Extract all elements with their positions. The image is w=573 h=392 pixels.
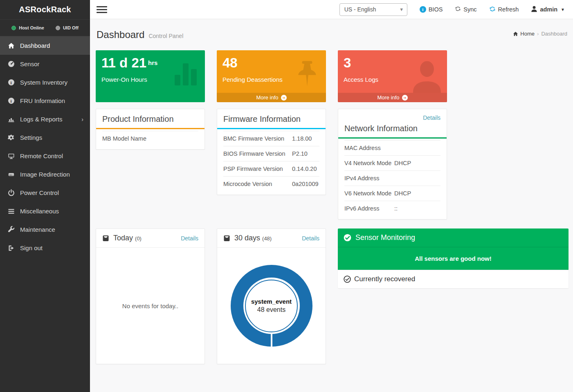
refresh-label: Refresh (498, 6, 519, 13)
sidebar-item-miscellaneous[interactable]: Miscellaneous (0, 202, 90, 220)
user-menu[interactable]: admin ▼ (531, 6, 565, 13)
table-row: IPv4 Address (344, 170, 440, 186)
chevron-down-icon: ▼ (561, 7, 565, 12)
topbar-controls: US - English ▼ i BIOS Sync (339, 3, 565, 16)
deassertions-more-info-link[interactable]: More info ➔ (217, 93, 326, 102)
brand-title: ASRockRack (0, 0, 90, 19)
sync-button[interactable]: Sync (455, 6, 476, 13)
events-donut-chart[interactable]: system_event 48 events (231, 265, 312, 347)
topbar: US - English ▼ i BIOS Sync (90, 0, 573, 19)
sidebar-item-label: Dashboard (20, 42, 50, 49)
firmware-information-title: Firmware Information (217, 109, 326, 128)
gear-icon (7, 134, 16, 141)
info-circle-icon: i (420, 6, 426, 13)
table-row: PSP Firmware Version 0.14.0.20 (223, 161, 319, 176)
sidebar-item-label: Maintenance (20, 226, 55, 233)
deassertions-value: 48 (222, 56, 320, 70)
month-details-link[interactable]: Details (302, 235, 319, 242)
sidebar-toggle-button[interactable] (97, 4, 107, 15)
gauge-icon (7, 60, 16, 67)
sidebar-item-label: Sign out (20, 244, 43, 251)
host-online-label: Host Online (19, 25, 44, 30)
check-circle-icon (344, 234, 351, 242)
pending-deassertions-card: 48 Pending Deassertions More info ➔ (217, 50, 326, 102)
language-value: US - English (340, 6, 396, 13)
table-row: BMC Firmware Version 1.18.00 (223, 131, 319, 146)
sidebar-item-sensor[interactable]: Sensor (0, 55, 90, 73)
bars-icon (7, 208, 16, 214)
uid-status: UID Off (56, 25, 79, 30)
today-details-link[interactable]: Details (181, 235, 198, 242)
donut-hole: system_event 48 events (243, 278, 300, 334)
check-circle-outline-icon (344, 276, 351, 283)
sidebar-item-power-control[interactable]: Power Control (0, 184, 90, 202)
app-window: ASRockRack Host Online UID Off Dashboard (0, 0, 573, 392)
deassertions-label: Pending Deassertions (222, 76, 320, 83)
sign-out-icon (7, 245, 16, 251)
sidebar-item-maintenance[interactable]: Maintenance (0, 220, 90, 239)
sidebar-item-settings[interactable]: Settings (0, 128, 90, 147)
network-information-title: Network Information (338, 121, 447, 137)
today-count: (0) (135, 235, 142, 242)
chevron-down-icon: ▼ (396, 7, 407, 12)
inbox-icon (223, 235, 230, 242)
breadcrumb-current: Dashboard (541, 31, 567, 37)
sync-icon (455, 6, 461, 13)
chevron-right-icon: › (81, 116, 83, 123)
sensor-recovered-row: Currently recovered (338, 270, 569, 288)
refresh-icon (489, 6, 496, 13)
table-row: MAC Address (344, 140, 440, 155)
donut-category-label: system_event (251, 298, 292, 305)
no-events-message: No events for today.. (122, 302, 178, 309)
sidebar-nav: Dashboard Sensor i System Inventory i FR… (0, 36, 90, 257)
refresh-button[interactable]: Refresh (489, 6, 519, 13)
breadcrumb-home-link[interactable]: Home (513, 31, 535, 37)
inbox-icon (102, 235, 109, 242)
host-online-icon (11, 26, 16, 30)
month-title: 30 days (48) (234, 234, 272, 242)
access-logs-card: 3 Access Logs More info ➔ (338, 50, 447, 102)
access-logs-value: 3 (344, 56, 441, 70)
sidebar-item-logs-reports[interactable]: Logs & Reports › (0, 110, 90, 128)
product-information-card: Product Information MB Model Name (96, 109, 205, 150)
product-information-title: Product Information (96, 109, 204, 128)
bios-label: BIOS (429, 6, 443, 13)
table-row: V6 Network Mode DHCP (344, 186, 440, 201)
network-details-link[interactable]: Details (423, 114, 440, 121)
breadcrumb: Home › Dashboard (513, 31, 567, 37)
sensor-monitoring-title: Sensor Monitoring (355, 233, 415, 242)
sidebar-item-label: Remote Control (20, 152, 63, 159)
today-title: Today (0) (113, 234, 142, 242)
language-select[interactable]: US - English ▼ (339, 3, 407, 16)
today-events-card: Today (0) Details No events for today.. (96, 228, 205, 364)
breadcrumb-separator: › (537, 31, 539, 37)
sidebar-item-label: Logs & Reports (20, 116, 62, 123)
access-logs-more-info-link[interactable]: More info ➔ (338, 93, 447, 102)
sidebar-item-label: Image Redirection (20, 171, 70, 178)
sidebar-item-dashboard[interactable]: Dashboard (0, 36, 90, 55)
sidebar-item-label: Settings (20, 134, 42, 141)
host-online-status: Host Online (11, 25, 44, 30)
sidebar-item-label: System Inventory (20, 79, 67, 86)
sidebar-item-remote-control[interactable]: Remote Control (0, 147, 90, 165)
sidebar-item-fru-information[interactable]: i FRU Information (0, 92, 90, 110)
sidebar: ASRockRack Host Online UID Off Dashboard (0, 0, 90, 392)
home-icon (7, 43, 16, 49)
home-icon (513, 31, 518, 36)
sidebar-item-sign-out[interactable]: Sign out (0, 239, 90, 257)
drive-icon (7, 171, 16, 178)
info-icon: i (7, 98, 16, 104)
sidebar-item-label: Power Control (20, 189, 59, 196)
uid-off-label: UID Off (63, 25, 79, 30)
sidebar-item-image-redirection[interactable]: Image Redirection (0, 165, 90, 184)
sidebar-item-label: Sensor (20, 60, 40, 67)
sidebar-item-system-inventory[interactable]: i System Inventory (0, 73, 90, 92)
network-information-card: Details Network Information MAC Address … (338, 109, 447, 220)
page-title: Dashboard (97, 29, 144, 40)
sync-label: Sync (463, 6, 476, 13)
bios-button[interactable]: i BIOS (420, 6, 443, 13)
arrow-circle-right-icon: ➔ (281, 95, 287, 101)
sidebar-item-label: Miscellaneous (20, 208, 59, 215)
sensor-status-message: All sensors are good now! (338, 247, 569, 270)
uid-off-icon (56, 26, 60, 30)
